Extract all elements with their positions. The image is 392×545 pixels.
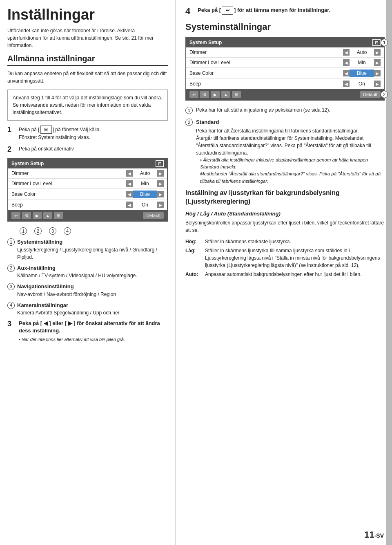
default-btn-right[interactable]: Default <box>360 91 381 98</box>
beep-row-left: Beep ◀ On ▶ <box>8 200 167 210</box>
right-column: 4 Peka på [↩] för att lämna menyn för in… <box>176 0 392 545</box>
circle-numbers-row: 1 2 3 4 <box>7 226 168 238</box>
touch-screen-content: Peka här för att ställa in justering av … <box>196 106 385 114</box>
system-setup-title-left: System Setup <box>11 161 44 166</box>
circled-content-3: Navigationsinställning Nav-avbrott / Nav… <box>17 283 168 298</box>
screen-adjust-icon-right[interactable]: ⊡ <box>372 39 381 46</box>
circled-item-1: 1 Systeminställning Ljusstyrkereglering … <box>7 238 168 261</box>
ljus-row-auto: Auto: Anpassar automatiskt bakgrundsbely… <box>185 270 385 279</box>
base-color-arrow-right-right[interactable]: ▶ <box>374 70 381 76</box>
step-4-row: 4 Peka på [↩] för att lämna menyn för in… <box>185 7 385 16</box>
grid-btn-left[interactable]: ⊞ <box>54 212 63 219</box>
dimmer-low-arrow-left-right[interactable]: ◀ <box>343 59 350 66</box>
dimmer-arrow-right-right[interactable]: ▶ <box>374 49 381 56</box>
ljus-val-lag: Ställer in skärmens ljusstyrka till samm… <box>205 246 385 270</box>
circled-title-2: Aux-inställning <box>17 265 56 271</box>
ljus-row-lag: Låg: Ställer in skärmens ljusstyrka till… <box>185 246 385 270</box>
dimmer-value-right: Auto <box>350 49 374 55</box>
base-color-arrow-left[interactable]: ◀ <box>126 191 133 197</box>
up-btn-right[interactable]: ▲ <box>221 91 230 98</box>
dimmer-low-arrow-left[interactable]: ◀ <box>126 180 133 187</box>
beep-arrow-left[interactable]: ◀ <box>126 202 133 208</box>
standard-text-2: Återgår till fabrikens standardinställni… <box>196 135 371 156</box>
screen-adjust-icon-left[interactable]: ⊡ <box>156 160 164 167</box>
beep-arrow-right-left[interactable]: ▶ <box>157 202 164 208</box>
base-color-row-left: Base Color ◀ Blue ▶ <box>8 189 167 200</box>
base-color-arrow-left-right[interactable]: ◀ <box>343 70 350 76</box>
page-number: 11-SV <box>364 529 384 540</box>
dimmer-low-arrow-right-right[interactable]: ▶ <box>374 59 381 66</box>
circled-content-4: Kamerainställningar Kamera Avbrott/ Speg… <box>17 301 168 317</box>
step-4-number: 4 <box>185 7 195 16</box>
system-setup-header-right: System Setup ⊡ 1 <box>186 38 384 47</box>
dimmer-arrow-right-left[interactable]: ▶ <box>157 170 164 177</box>
step-1-icon[interactable]: ⊟ <box>40 126 52 134</box>
settings-btn-left[interactable]: ⚙ <box>22 212 31 219</box>
base-color-value-left: Blue <box>133 191 157 198</box>
ljus-key-auto: Auto: <box>185 270 205 279</box>
play-btn-left[interactable]: ▶ <box>33 212 42 219</box>
grid-btn-right[interactable]: ⊞ <box>232 91 241 98</box>
step-3: 3 Peka på [ ◀ ] eller [ ▶ ] för önskat a… <box>7 320 168 343</box>
circled-desc-1: Ljusstyrkereglering / Ljusstyrkereglerin… <box>17 247 157 260</box>
right-section-title: Systeminställningar <box>185 22 385 32</box>
bullet-1: • Återställ alla inställningar inklusive… <box>200 157 385 171</box>
circled-item-3: 3 Navigationsinställning Nav-avbrott / N… <box>7 283 168 298</box>
step-2-content: Peka på önskat alternativ. <box>19 145 168 153</box>
page-suffix: -SV <box>374 532 384 539</box>
circled-title-3: Navigationsinställning <box>17 283 74 289</box>
back-btn-left[interactable]: ↩ <box>11 212 20 219</box>
step-3-number: 3 <box>7 320 16 329</box>
touch-screen-num: 1 <box>185 107 193 114</box>
dimmer-low-value-right: Min <box>350 60 374 65</box>
dimmer-arrow-left[interactable]: ◀ <box>126 170 133 177</box>
section-desc: Du kan anpassa enheten på ett flexibelt … <box>7 70 168 85</box>
dimmer-low-label-left: Dimmer Low Level <box>11 181 126 186</box>
dimmer-low-arrow-right-left[interactable]: ▶ <box>157 180 164 187</box>
circled-title-4: Kamerainställningar <box>17 302 68 308</box>
step-3-content: Peka på [ ◀ ] eller [ ▶ ] för önskat alt… <box>19 320 168 343</box>
play-btn-right[interactable]: ▶ <box>211 91 220 98</box>
page-num-value: 11 <box>364 529 374 540</box>
default-btn-left[interactable]: Default <box>143 212 164 219</box>
system-setup-footer-right: ↩ ⚙ ▶ ▲ ⊞ Default 2 <box>186 89 384 100</box>
footer-badge-2: 2 <box>381 91 388 98</box>
page-title: Inställningar <box>7 7 168 23</box>
beep-arrow-right-right[interactable]: ▶ <box>374 81 381 87</box>
step-1-text: Peka på [⊟] på fönstret Välj källa. <box>19 126 168 134</box>
dimmer-row-right: Dimmer ◀ Auto ▶ <box>186 47 384 58</box>
circle-2: 2 <box>34 227 42 235</box>
circled-title-1: Systeminställning <box>17 239 62 245</box>
right-accent-bar <box>386 0 392 545</box>
circled-desc-3: Nav-avbrott / Nav-avbrott fördröjning / … <box>17 292 116 297</box>
system-setup-header-left: System Setup ⊡ <box>8 159 167 168</box>
step-4-icon[interactable]: ↩ <box>222 7 233 15</box>
header-badge-1: 1 <box>381 39 388 46</box>
dimmer-arrow-left-right[interactable]: ◀ <box>343 49 350 56</box>
circled-item-4: 4 Kamerainställningar Kamera Avbrott/ Sp… <box>7 301 168 317</box>
back-btn-right[interactable]: ↩ <box>189 91 198 98</box>
beep-value-left: On <box>133 202 157 208</box>
step-3-text: Peka på [ ◀ ] eller [ ▶ ] för önskat alt… <box>19 320 168 334</box>
ljus-table: Hög: Ställer in skärmens starkaste ljuss… <box>185 237 385 279</box>
system-setup-title-right: System Setup <box>189 40 222 45</box>
ljus-key-hog: Hög: <box>185 237 205 246</box>
beep-arrow-left-right[interactable]: ◀ <box>343 81 350 87</box>
up-btn-left[interactable]: ▲ <box>43 212 52 219</box>
instruction-line-2: Se motsvarande avsnitt nedan för mer inf… <box>13 101 163 116</box>
circled-num-3: 3 <box>7 283 15 290</box>
standard-num: 2 <box>185 119 193 126</box>
beep-label-left: Beep <box>11 202 126 208</box>
dimmer-low-label-right: Dimmer Low Level <box>189 60 343 65</box>
ljus-sub-heading: Hög / Låg / Auto (Standardinställning) <box>185 211 385 217</box>
base-color-arrow-right-left[interactable]: ▶ <box>157 191 164 197</box>
ljus-heading: Inställning av ljusstyrkan för bakgrunds… <box>185 189 385 208</box>
circled-num-2: 2 <box>7 265 15 272</box>
dimmer-row-left: Dimmer ◀ Auto ▶ <box>8 168 167 179</box>
settings-btn-right[interactable]: ⚙ <box>200 91 209 98</box>
bullet-2: Meddelandet "Återställ alla standardinst… <box>200 170 385 185</box>
ljus-val-auto: Anpassar automatiskt bakgrundsbelysninge… <box>205 270 385 279</box>
instruction-line-1: Använd steg 1 till 4 för att välja det i… <box>13 94 163 101</box>
system-setup-right: System Setup ⊡ 1 Dimmer ◀ Auto ▶ Dimmer … <box>185 37 385 101</box>
standard-content: Standard Peka här för att återställa ins… <box>196 118 385 185</box>
